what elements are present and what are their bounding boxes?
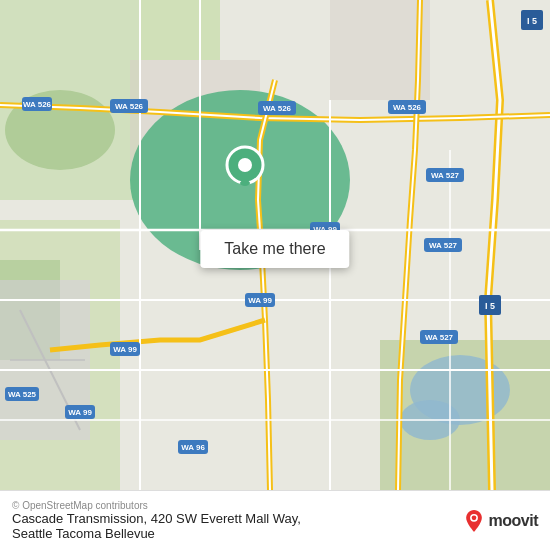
svg-text:WA 99: WA 99 bbox=[248, 296, 272, 305]
svg-text:WA 99: WA 99 bbox=[68, 408, 92, 417]
location-pin-dot bbox=[238, 158, 252, 172]
svg-text:WA 96: WA 96 bbox=[181, 443, 205, 452]
svg-rect-7 bbox=[140, 0, 220, 60]
take-me-there-button[interactable]: Take me there bbox=[200, 230, 349, 268]
svg-text:WA 526: WA 526 bbox=[115, 102, 144, 111]
moovit-pin-icon bbox=[463, 510, 485, 532]
svg-text:WA 526: WA 526 bbox=[263, 104, 292, 113]
bottom-bar: © OpenStreetMap contributors Cascade Tra… bbox=[0, 490, 550, 550]
svg-text:WA 526: WA 526 bbox=[393, 103, 422, 112]
svg-point-2 bbox=[5, 90, 115, 170]
svg-text:WA 527: WA 527 bbox=[425, 333, 454, 342]
location-info: © OpenStreetMap contributors Cascade Tra… bbox=[12, 500, 301, 541]
map-attribution: © OpenStreetMap contributors bbox=[12, 500, 301, 511]
svg-point-54 bbox=[471, 515, 476, 520]
svg-text:WA 527: WA 527 bbox=[431, 171, 460, 180]
svg-text:WA 99: WA 99 bbox=[113, 345, 137, 354]
svg-point-52 bbox=[240, 180, 250, 186]
moovit-brand-text: moovit bbox=[489, 512, 538, 530]
svg-text:WA 526: WA 526 bbox=[23, 100, 52, 109]
location-name: Cascade Transmission, 420 SW Everett Mal… bbox=[12, 511, 301, 541]
moovit-logo: moovit bbox=[463, 510, 538, 532]
svg-text:WA 527: WA 527 bbox=[429, 241, 458, 250]
svg-text:I 5: I 5 bbox=[485, 301, 495, 311]
svg-text:I 5: I 5 bbox=[527, 16, 537, 26]
map-container: WA 526 WA 526 WA 526 WA 526 WA 527 WA 52… bbox=[0, 0, 550, 490]
svg-text:WA 525: WA 525 bbox=[8, 390, 37, 399]
